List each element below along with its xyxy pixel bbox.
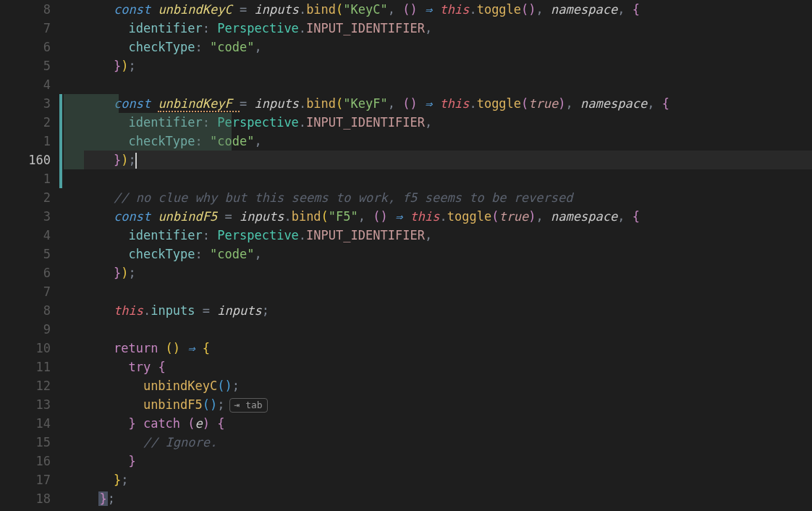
code-line[interactable]: } — [84, 452, 812, 470]
punct: ; — [128, 59, 135, 73]
line-number: 17 — [9, 470, 51, 489]
code-line[interactable]: checkType: "code", — [84, 245, 812, 263]
punct: , — [358, 209, 373, 224]
code-line[interactable]: // no clue why but this seems to work, f… — [84, 188, 812, 207]
line-number: 13 — [9, 395, 51, 414]
line-number: 6 — [9, 38, 51, 56]
tab-hint[interactable]: ⇥ tab — [229, 398, 268, 413]
class: Perspective — [217, 228, 299, 242]
arrow: ⇒ — [187, 341, 202, 355]
line-number: 5 — [9, 56, 51, 75]
line-number: 11 — [9, 358, 51, 376]
code-line[interactable] — [84, 169, 812, 188]
code-area[interactable]: const unbindKeyC = inputs.bind("KeyC", (… — [64, 0, 812, 511]
property: inputs — [151, 303, 203, 318]
line-number: 1 — [9, 169, 51, 188]
punct: , — [254, 247, 261, 261]
paren: ( — [217, 379, 224, 393]
this: this — [439, 2, 469, 17]
code-line[interactable]: return () ⇒ { — [84, 339, 812, 358]
line-number: 4 — [9, 75, 51, 94]
line-number: 8 — [9, 0, 51, 19]
string: "KeyC" — [343, 2, 387, 17]
diff-mark-modified — [59, 94, 62, 188]
line-number: 6 — [9, 263, 51, 282]
variable-warning: unbindKeyF — [158, 96, 240, 112]
code-line[interactable] — [84, 320, 812, 339]
code-line[interactable]: unbindF5();⇥ tab — [84, 395, 812, 414]
ident: inputs — [240, 209, 284, 224]
code-line[interactable]: unbindKeyC(); — [84, 376, 812, 395]
code-line[interactable] — [84, 75, 812, 94]
punct: ; — [128, 266, 135, 280]
call: unbindKeyC — [143, 379, 217, 393]
line-number: 5 — [9, 245, 51, 263]
code-line[interactable]: checkType: "code", — [84, 132, 812, 151]
punct: , — [425, 21, 432, 35]
code-line[interactable]: try { — [84, 358, 812, 376]
paren: ) — [173, 341, 187, 355]
code-line[interactable] — [84, 282, 812, 301]
code-line[interactable]: }; — [84, 489, 812, 508]
brace: { — [633, 2, 640, 17]
punct: = — [203, 303, 217, 318]
bool: true — [499, 209, 528, 224]
paren: ( — [373, 209, 380, 224]
code-line[interactable]: identifier: Perspective.INPUT_IDENTIFIER… — [84, 113, 812, 132]
string: "F5" — [329, 209, 358, 224]
code-line[interactable]: const unbindKeyC = inputs.bind("KeyC", (… — [84, 0, 812, 19]
line-number: 7 — [9, 282, 51, 301]
punct: , — [617, 209, 632, 224]
paren: ) — [210, 397, 217, 412]
string: "code" — [210, 247, 254, 261]
brace: { — [662, 96, 669, 111]
brace: { — [633, 209, 640, 224]
ident: inputs — [254, 2, 298, 17]
keyword: return — [114, 341, 166, 355]
keyword: const — [114, 96, 158, 111]
punct: , — [254, 134, 261, 148]
brace: } — [114, 266, 121, 280]
code-line[interactable]: this.inputs = inputs; — [84, 301, 812, 320]
punct: , — [536, 2, 551, 17]
code-line[interactable]: } catch (e) { — [84, 414, 812, 433]
punct: ; — [232, 379, 240, 393]
punct: , — [388, 96, 402, 111]
brace: } — [128, 416, 143, 431]
punct: ; — [217, 397, 224, 412]
method: toggle — [477, 2, 521, 17]
code-line[interactable]: // Ignore. — [84, 433, 812, 452]
selection-bg — [64, 94, 119, 113]
string: "code" — [210, 40, 254, 54]
code-line-active[interactable]: }); — [84, 151, 812, 169]
selection-bg — [64, 113, 232, 132]
brace: } — [114, 473, 121, 487]
ident: namespace — [551, 209, 617, 224]
paren: ) — [381, 209, 395, 224]
code-line[interactable]: const unbindF5 = inputs.bind("F5", () ⇒ … — [84, 207, 812, 226]
line-number: 16 — [9, 452, 51, 470]
brace-match: } — [98, 491, 107, 506]
code-line[interactable]: }); — [84, 56, 812, 75]
punct: , — [647, 96, 661, 111]
method: bind — [292, 209, 321, 224]
constant: INPUT_IDENTIFIER — [306, 115, 425, 130]
code-line[interactable]: checkType: "code", — [84, 38, 812, 56]
code-line[interactable]: }); — [84, 263, 812, 282]
line-number: 3 — [9, 207, 51, 226]
paren: ( — [166, 341, 173, 355]
code-line[interactable]: const unbindKeyF = inputs.bind("KeyF", (… — [84, 94, 812, 113]
punct: . — [299, 2, 306, 17]
code-line[interactable]: identifier: Perspective.INPUT_IDENTIFIER… — [84, 226, 812, 245]
code-line[interactable]: identifier: Perspective.INPUT_IDENTIFIER… — [84, 19, 812, 38]
code-line[interactable]: }; — [84, 470, 812, 489]
brace: { — [217, 416, 224, 431]
bool: true — [528, 96, 558, 111]
punct: ; — [108, 491, 115, 506]
line-number: 10 — [9, 339, 51, 358]
paren: ( — [336, 2, 343, 17]
paren: ( — [203, 397, 210, 412]
line-number: 2 — [9, 113, 51, 132]
code-editor[interactable]: 8 7 6 5 4 3 2 1 160 1 2 3 4 5 6 7 8 9 10… — [0, 0, 812, 511]
line-number: 2 — [9, 188, 51, 207]
